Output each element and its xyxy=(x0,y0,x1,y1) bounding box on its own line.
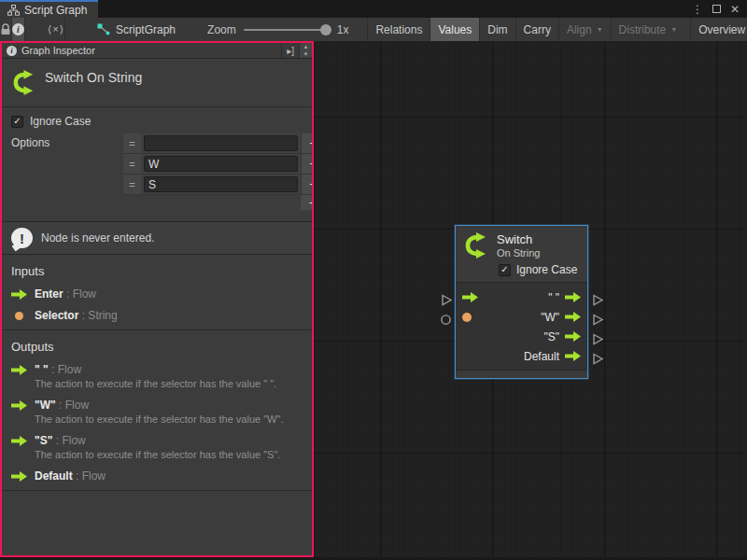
distribute-dropdown[interactable]: Distribute ▼ xyxy=(611,18,685,41)
node-port-row: " " xyxy=(456,287,587,307)
option-input[interactable] xyxy=(144,135,298,151)
code-icon: ⟨×⟩ xyxy=(48,23,64,35)
ignore-case-checkbox[interactable]: ✓ xyxy=(11,116,23,128)
flow-out-port-icon[interactable] xyxy=(565,312,581,322)
switch-icon xyxy=(11,70,36,95)
flow-arrow-icon xyxy=(11,471,27,482)
output-row: "S" : Flow xyxy=(11,434,303,447)
align-dropdown[interactable]: Align ▼ xyxy=(558,18,611,41)
breadcrumb[interactable]: ScriptGraph xyxy=(88,18,185,41)
inspector-title: Graph Inspector xyxy=(21,45,95,56)
zoom-slider-handle[interactable] xyxy=(320,24,331,35)
output-port-marker-icon[interactable] xyxy=(592,294,604,306)
script-graph-icon xyxy=(97,23,110,35)
selector-port-marker-icon[interactable] xyxy=(440,314,452,326)
node-port-row: Default xyxy=(456,346,587,366)
node-header[interactable]: Switch On String ✓ Ignore Case xyxy=(456,226,587,283)
code-view-button[interactable]: ⟨×⟩ xyxy=(48,18,65,41)
tab-bar: Script Graph ⋮ ✕ xyxy=(0,0,747,18)
string-port-icon xyxy=(15,312,23,320)
options-row: Options = − = − = − xyxy=(11,133,304,210)
tab-script-graph[interactable]: Script Graph xyxy=(0,0,98,18)
scroll-up-icon[interactable]: ▲ xyxy=(300,43,312,50)
port-label: "S" xyxy=(543,330,559,343)
scroll-spinner: ▲ ▼ xyxy=(299,43,312,58)
overview-button[interactable]: Overview xyxy=(690,18,747,41)
dim-button[interactable]: Dim xyxy=(479,18,514,41)
scroll-down-icon[interactable]: ▼ xyxy=(300,50,312,58)
flow-arrow-icon xyxy=(11,365,27,375)
options-list: = − = − = − + xyxy=(123,133,314,210)
inputs-section: Inputs Enter : Flow Selector : String xyxy=(2,255,312,329)
toolbar-toggles: Relations Values Dim Carry Align ▼ Distr… xyxy=(367,18,747,41)
input-row: Enter : Flow xyxy=(11,287,303,301)
ignore-case-label: Ignore Case xyxy=(30,115,91,128)
inspector-header: i Graph Inspector ▸] ▲ ▼ xyxy=(2,43,312,59)
inspector-node-title: Switch On String xyxy=(45,70,142,95)
option-input[interactable] xyxy=(144,156,298,172)
output-row: "W" : Flow xyxy=(11,399,303,412)
ignore-case-checkbox[interactable]: ✓ xyxy=(499,264,511,276)
dock-panel-icon[interactable]: ▸] xyxy=(281,43,299,58)
lock-icon xyxy=(0,23,11,35)
chevron-down-icon: ▼ xyxy=(597,26,603,33)
warning-text: Node is never entered. xyxy=(41,231,154,245)
options-label: Options xyxy=(11,133,123,210)
close-icon[interactable]: ✕ xyxy=(730,4,740,15)
info-icon: i xyxy=(7,46,17,56)
output-description: The action to execute if the selector ha… xyxy=(35,449,303,460)
option-item: = − xyxy=(123,154,314,175)
output-port-marker-icon[interactable] xyxy=(592,314,604,326)
flow-out-port-icon[interactable] xyxy=(565,292,581,302)
inspector-node-titleblock: Switch On String xyxy=(2,59,312,107)
output-port-marker-icon[interactable] xyxy=(592,333,604,345)
output-description: The action to execute if the selector ha… xyxy=(35,378,303,389)
carry-button[interactable]: Carry xyxy=(515,18,558,41)
input-row: Selector : String xyxy=(11,309,303,322)
node-subtitle: On String xyxy=(497,247,540,259)
drag-handle-icon[interactable]: = xyxy=(123,133,141,153)
option-item: = − xyxy=(123,133,314,154)
info-icon: i xyxy=(12,23,24,35)
maximize-icon[interactable] xyxy=(712,5,721,13)
inspector-empty-area xyxy=(2,490,312,557)
node-body: " " "W" "S" xyxy=(456,283,587,370)
flow-arrow-icon xyxy=(11,400,27,411)
menu-icon[interactable]: ⋮ xyxy=(692,4,703,15)
flow-out-port-icon[interactable] xyxy=(565,351,581,361)
add-option-button[interactable]: + xyxy=(301,195,314,210)
remove-option-button[interactable]: − xyxy=(301,133,314,153)
window-controls: ⋮ ✕ xyxy=(692,0,747,18)
switch-on-string-node[interactable]: Switch On String ✓ Ignore Case " " xyxy=(455,225,588,379)
inputs-header: Inputs xyxy=(11,264,303,278)
values-button[interactable]: Values xyxy=(430,18,479,41)
output-row: " " : Flow xyxy=(11,363,303,376)
drag-handle-icon[interactable]: = xyxy=(123,175,141,194)
warning-box: ! Node is never entered. xyxy=(2,221,312,255)
option-item: = − xyxy=(123,175,314,195)
graph-toolbar: i ⟨×⟩ ScriptGraph Zoom 1x Relations Valu… xyxy=(0,18,747,42)
relations-button[interactable]: Relations xyxy=(367,18,430,41)
flow-out-port-icon[interactable] xyxy=(565,331,581,342)
check-icon: ✓ xyxy=(13,117,21,126)
graph-asset-icon xyxy=(7,5,20,16)
enter-port-marker-icon[interactable] xyxy=(441,294,453,306)
chevron-down-icon: ▼ xyxy=(670,26,677,33)
inspector-toggle-button[interactable]: i xyxy=(12,18,25,41)
flow-arrow-icon xyxy=(11,289,27,300)
lock-button[interactable] xyxy=(0,18,12,41)
flow-arrow-icon xyxy=(11,436,27,446)
option-input[interactable] xyxy=(144,176,298,192)
remove-option-button[interactable]: − xyxy=(301,154,314,174)
string-port-icon[interactable] xyxy=(462,313,472,322)
flow-in-port-icon[interactable] xyxy=(462,292,478,302)
outputs-header: Outputs xyxy=(11,340,303,354)
drag-handle-icon[interactable]: = xyxy=(123,154,141,174)
zoom-value: 1x xyxy=(337,23,349,36)
remove-option-button[interactable]: − xyxy=(301,175,314,194)
port-label: Default xyxy=(524,350,559,363)
port-label: " " xyxy=(548,291,559,304)
node-footer xyxy=(456,370,587,378)
zoom-slider[interactable] xyxy=(244,29,330,31)
output-port-marker-icon[interactable] xyxy=(592,353,604,365)
